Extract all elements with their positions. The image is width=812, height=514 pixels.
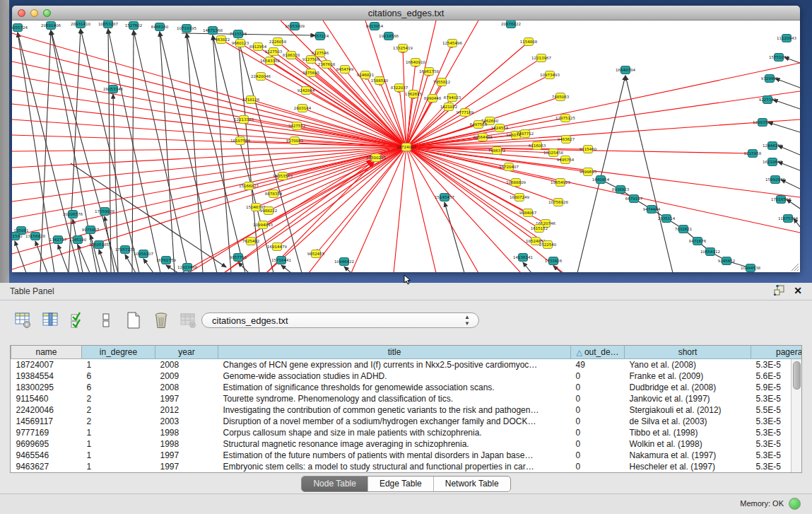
graph-node[interactable]: 9242844 [298,87,315,95]
attribute-table[interactable]: namein_degreeyeartitle△out_de…shortpager… [10,345,802,473]
table-cell[interactable]: Dudbridge et al. (2008) [625,382,751,393]
column-header-out_de[interactable]: △out_de… [571,346,625,359]
graph-node[interactable]: 12444159 [763,142,782,150]
tab-network-table[interactable]: Network Table [433,477,510,491]
float-panel-icon[interactable] [774,285,785,296]
table-cell[interactable]: 0 [571,438,625,450]
network-graph[interactable]: 1405572420691406289314101065328715276026… [12,21,800,272]
graph-node[interactable]: 7955812 [433,78,451,86]
table-cell[interactable]: 2009 [155,370,218,382]
table-cell[interactable]: 0 [571,393,625,404]
table-cell[interactable]: Changes of HCN gene expression and I(f) … [218,359,571,371]
graph-node[interactable]: 1154808 [520,38,538,46]
graph-node[interactable]: 12545496 [442,40,462,47]
graph-node[interactable]: 2226058 [269,38,287,46]
table-cell[interactable]: Estimation of the future numbers of pati… [218,450,571,461]
graph-node[interactable]: 7485063 [552,93,570,101]
graph-node[interactable]: 17359928 [95,208,114,216]
table-cell[interactable]: Wolkin et al. (1998) [625,438,751,450]
table-cell[interactable]: Genome-wide association studies in ADHD. [218,370,571,382]
select-all-columns-icon[interactable] [69,311,88,329]
graph-node[interactable]: 9988222 [260,207,278,215]
graph-node[interactable]: 15145457 [435,194,454,201]
graph-node[interactable]: 9852455 [307,250,325,258]
graph-node[interactable]: 6497568 [470,121,488,129]
table-row[interactable]: 1872400712008Changes of HCN gene express… [11,359,803,371]
graph-node[interactable]: 8471676 [689,238,707,245]
column-header-name[interactable]: name [11,346,82,359]
delete-columns-icon[interactable] [152,311,170,329]
graph-node[interactable]: 10653287 [98,21,118,28]
graph-node[interactable]: 8215958 [744,150,762,158]
table-cell[interactable]: Franke et al. (2009) [625,370,751,382]
graph-node[interactable]: 10719195 [177,25,196,33]
close-panel-icon[interactable]: ✕ [794,286,802,296]
table-select-dropdown[interactable]: citations_edges.txt ▲▼ [201,313,479,328]
graph-node[interactable]: 7857224 [312,33,329,40]
graph-node[interactable]: 10688809 [506,179,526,187]
table-cell[interactable]: 9463627 [11,461,82,472]
table-options-icon[interactable] [14,311,33,329]
graph-node[interactable]: 2718126 [242,96,260,104]
table-cell[interactable]: 2003 [155,416,218,427]
graph-node[interactable]: 14055724 [12,24,28,32]
graph-node[interactable]: 10973493 [540,71,560,79]
graph-node[interactable]: 28053346 [103,86,123,93]
table-cell[interactable]: 9699695 [11,438,82,450]
graph-node[interactable]: 9245652 [718,257,736,265]
column-header-year[interactable]: year [155,346,218,359]
graph-node[interactable]: 14136141 [513,254,533,262]
table-cell[interactable]: 49 [571,359,625,371]
table-cell[interactable]: Embryonic stem cells: a model to study s… [218,461,571,472]
graph-node[interactable]: 20876822 [501,21,521,28]
table-cell[interactable]: 1 [82,427,155,438]
graph-node[interactable]: 1362615 [405,90,423,98]
graph-node[interactable]: 11120943 [777,35,796,42]
table-cell[interactable]: 0 [571,416,625,427]
table-cell[interactable]: 2008 [155,359,218,371]
graph-node[interactable]: 9227342 [759,96,777,104]
table-cell[interactable]: Jankovic et al. (1997) [625,393,751,404]
graph-node[interactable]: 10756928 [548,199,568,206]
graph-node[interactable]: 9329998 [761,75,779,83]
table-row[interactable]: 911546021997Tourette syndrome. Phenomeno… [11,393,803,404]
table-cell[interactable]: 22420046 [11,404,82,416]
graph-node[interactable]: 9857791 [230,254,247,262]
graph-node[interactable]: 10958107 [134,250,153,258]
graph-node[interactable]: 16053809 [285,23,305,30]
table-cell[interactable]: 18724007 [11,359,82,371]
graph-node[interactable]: 2522540 [539,241,557,249]
graph-node[interactable]: 13156828 [25,233,45,240]
graph-node[interactable]: 7832621 [675,226,693,233]
table-row[interactable]: 969969511998Structural magnetic resonanc… [11,438,803,450]
delete-table-icon[interactable] [180,311,198,329]
graph-node[interactable]: 9463627 [558,136,575,144]
table-cell[interactable]: 1997 [155,450,218,461]
graph-node[interactable]: 16640910 [406,59,425,66]
graph-node[interactable]: 9777169 [457,109,474,117]
graph-node[interactable]: 10654112 [700,248,720,256]
graph-node[interactable]: 9660123 [232,40,249,47]
table-row[interactable]: 2242004622012Investigating the contribut… [11,404,803,416]
table-cell[interactable]: 2 [82,393,155,404]
column-header-title[interactable]: title [218,346,571,359]
graph-node[interactable]: 8813054 [366,23,384,30]
graph-node[interactable]: 1615152 [531,225,548,233]
graph-node[interactable]: 1342737 [49,236,67,244]
table-cell[interactable]: 1997 [155,461,218,472]
table-cell[interactable]: 1997 [155,393,218,404]
graph-node[interactable]: 16210643 [763,158,782,166]
graph-node[interactable]: 17016504 [771,196,791,204]
table-cell[interactable]: 2008 [155,382,218,393]
table-scrollbar-thumb[interactable] [793,361,801,390]
graph-node[interactable]: 9699695 [579,168,597,176]
table-cell[interactable]: Investigating the contribution of common… [218,404,571,416]
table-row[interactable]: 1938455462009Genome-wide association stu… [11,370,803,382]
graph-node[interactable]: 15751074 [769,54,789,62]
graph-node[interactable]: 9127503 [265,48,283,56]
graph-node[interactable]: 15720407 [499,163,519,171]
graph-node[interactable]: 9115460 [579,146,597,153]
table-cell[interactable]: Structural magnetic resonance image aver… [218,438,571,450]
table-cell[interactable]: 1 [82,438,155,450]
graph-node[interactable]: 10994893 [253,221,273,229]
